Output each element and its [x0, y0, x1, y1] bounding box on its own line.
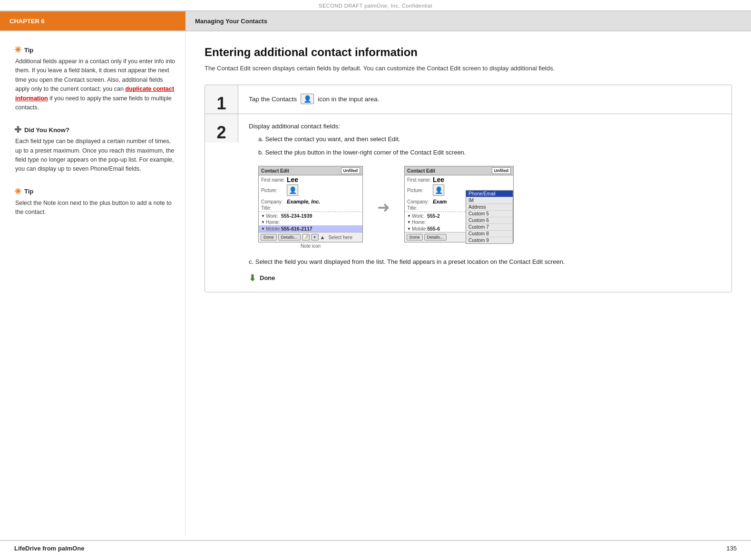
footer-brand: LifeDrive from palmOne	[14, 545, 84, 552]
contacts-icon	[301, 94, 314, 104]
right-picture-box: 👤	[433, 184, 444, 196]
right-screen-header: Contact Edit Unfiled	[405, 166, 513, 175]
right-firstname-label: First name:	[407, 177, 431, 183]
right-work-value: 555-2	[427, 213, 440, 219]
tip1-text: Additional fields appear in a contact on…	[14, 57, 176, 112]
right-home-arrow: ▼	[407, 220, 411, 224]
right-mobile-arrow: ▼	[407, 227, 411, 231]
step1-text-after: icon in the input area.	[318, 96, 379, 103]
step-number-1: 1	[205, 85, 238, 114]
left-title-label: Title:	[261, 205, 285, 211]
right-title-label: Title:	[407, 205, 431, 211]
right-firstname-row: First name: Lee	[405, 175, 513, 184]
left-picture-box: 👤	[287, 184, 298, 196]
chapter-header: CHAPTER 6 Managing Your Contacts	[0, 10, 751, 31]
dropdown-item-custom9[interactable]: Custom 9	[466, 237, 513, 243]
step2-sub-a: a. Select the contact you want, and then…	[258, 135, 721, 144]
note-icon-label: Note icon	[301, 243, 321, 249]
left-mobile-label: Mobile:	[266, 226, 281, 232]
dropdown-item-im[interactable]: IM	[466, 197, 513, 204]
right-contact-screen: Contact Edit Unfiled First name: Lee Pic…	[404, 166, 514, 242]
section-intro: The Contact Edit screen displays certain…	[205, 64, 732, 73]
left-title-row: Title:	[259, 205, 362, 211]
right-details-btn[interactable]: Details...	[424, 234, 447, 241]
step2-sub-b: b. Select the plus button in the lower-r…	[258, 148, 721, 157]
main-layout: ✳ Tip Additional fields appear in a cont…	[0, 31, 751, 535]
right-screen-title: Contact Edit	[407, 168, 435, 174]
step1-content: Tap the Contacts icon in the input area.	[238, 85, 731, 114]
left-company-label: Company:	[261, 199, 285, 204]
chapter-title: Managing Your Contacts	[185, 11, 751, 30]
left-plus-btn[interactable]: +	[311, 234, 319, 241]
left-note-btn[interactable]: 📝	[302, 234, 310, 241]
right-company-label: Company:	[407, 199, 431, 204]
step2-label: Display additional contact fields:	[249, 123, 721, 130]
left-divider	[259, 212, 362, 212]
left-firstname-value: Lee	[287, 176, 298, 183]
left-company-value: Example, Inc.	[287, 199, 320, 204]
tip2-text: Each field type can be displayed a certa…	[14, 137, 176, 174]
step1-text-before: Tap the Contacts	[249, 96, 297, 103]
arrow-right-icon: ➜	[377, 198, 390, 216]
tip2-header: ✚ Did You Know?	[14, 126, 176, 134]
step-number-2: 2	[205, 114, 238, 143]
tip3-header: ✳ Tip	[14, 187, 176, 196]
step1-text: Tap the Contacts icon in the input area.	[249, 94, 721, 104]
left-mobile-row: ▼ Mobile: 555-616-2117	[259, 225, 362, 232]
tip1-label: Tip	[24, 47, 33, 54]
done-arrow-icon: ⬇	[249, 273, 256, 283]
dropdown-item-address[interactable]: Address	[466, 204, 513, 211]
right-firstname-value: Lee	[433, 176, 444, 183]
sidebar: ✳ Tip Additional fields appear in a cont…	[0, 31, 185, 535]
left-screen-unfiled: Unfiled	[341, 167, 361, 174]
left-screen-footer: Done Details... 📝 + ▲ Select here	[259, 232, 362, 242]
right-mobile-label: Mobile:	[412, 226, 427, 232]
right-mobile-value: 555-6	[427, 226, 440, 232]
plus-icon-2: ✚	[14, 126, 21, 134]
done-section: ⬇ Done	[249, 273, 721, 283]
right-home-label: Home:	[412, 220, 427, 225]
dropdown-item-custom8[interactable]: Custom 8	[466, 231, 513, 237]
left-firstname-row: First name: Lee	[259, 175, 362, 184]
dropdown-item-custom6[interactable]: Custom 6	[466, 217, 513, 224]
left-select-arrow: ▲	[320, 234, 325, 240]
page-footer: LifeDrive from palmOne 135	[0, 540, 751, 556]
section-title: Entering additional contact information	[205, 46, 732, 59]
tip2-label: Did You Know?	[24, 126, 69, 134]
tip-block-2: ✚ Did You Know? Each field type can be d…	[14, 126, 176, 174]
star-icon-3: ✳	[14, 187, 21, 196]
left-done-btn[interactable]: Done	[261, 234, 277, 241]
step2-content: Display additional contact fields: a. Se…	[238, 114, 731, 291]
left-work-value: 555-234-1939	[281, 213, 312, 219]
right-done-btn[interactable]: Done	[407, 234, 423, 241]
left-work-arrow: ▼	[261, 214, 265, 218]
left-mobile-value: 555-616-2117	[281, 226, 312, 232]
dropdown-item-custom7[interactable]: Custom 7	[466, 224, 513, 231]
tip3-text: Select the Note icon next to the plus bu…	[14, 199, 176, 217]
step-row-1: 1 Tap the Contacts icon in the input are…	[205, 85, 731, 114]
right-work-arrow: ▼	[407, 214, 411, 218]
tip3-label: Tip	[24, 188, 33, 195]
left-screen-header: Contact Edit Unfiled	[259, 166, 362, 175]
dropdown-item-phone-email[interactable]: Phone/Email	[466, 191, 513, 197]
right-work-label: Work:	[412, 213, 427, 219]
left-work-row: ▼ Work: 555-234-1939	[259, 212, 362, 219]
left-home-row: ▼ Home:	[259, 219, 362, 225]
left-firstname-label: First name:	[261, 177, 285, 183]
left-home-label: Home:	[266, 220, 281, 225]
content-area: Entering additional contact information …	[185, 31, 751, 535]
left-details-btn[interactable]: Details...	[278, 234, 301, 241]
tip1-header: ✳ Tip	[14, 46, 176, 54]
left-picture-label: Picture:	[261, 188, 285, 193]
star-icon-1: ✳	[14, 46, 21, 54]
left-mobile-arrow: ▼	[261, 227, 265, 231]
chapter-label: CHAPTER 6	[0, 11, 185, 30]
left-picture-row: Picture: 👤	[259, 184, 362, 196]
screenshot-area: Contact Edit Unfiled First name: Lee Pic…	[258, 166, 721, 249]
watermark: SECOND DRAFT palmOne, Inc. Confidential	[0, 0, 751, 10]
field-dropdown[interactable]: Phone/Email IM Address Custom 5 Custom 6…	[466, 190, 513, 244]
dropdown-item-custom5[interactable]: Custom 5	[466, 211, 513, 217]
left-company-row: Company: Example, Inc.	[259, 198, 362, 205]
left-work-label: Work:	[266, 213, 281, 219]
done-label: Done	[260, 274, 275, 281]
